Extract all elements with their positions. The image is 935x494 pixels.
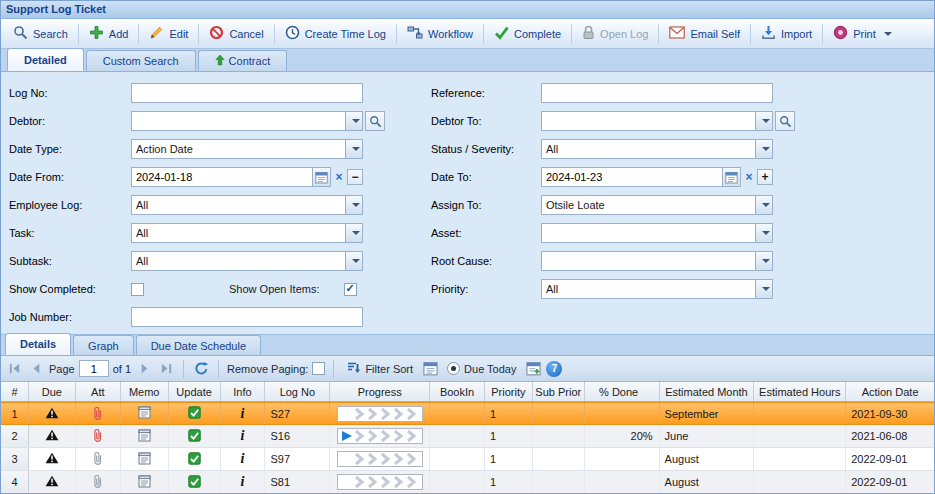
- clear-date-icon[interactable]: ×: [741, 170, 757, 184]
- last-page-button[interactable]: [157, 360, 175, 378]
- print-button[interactable]: Print: [825, 22, 900, 46]
- memo-icon[interactable]: [138, 475, 151, 490]
- chevron-down-icon[interactable]: [755, 280, 772, 298]
- memo-icon[interactable]: [138, 429, 151, 444]
- subtask-combo[interactable]: All: [131, 251, 363, 271]
- priority-combo[interactable]: All: [541, 279, 773, 299]
- root-cause-combo[interactable]: [541, 251, 773, 271]
- tab-graph[interactable]: Graph: [73, 335, 134, 355]
- reference-input[interactable]: [541, 83, 773, 103]
- column-header-att[interactable]: Att: [76, 382, 121, 401]
- table-row[interactable]: 4 i S81 1 August 2022-09-01: [1, 471, 934, 494]
- import-button[interactable]: Import: [753, 22, 820, 46]
- task-combo[interactable]: All: [131, 223, 363, 243]
- chevron-down-icon[interactable]: [755, 224, 772, 242]
- info-icon[interactable]: i: [241, 474, 245, 490]
- column-header-action-date[interactable]: Action Date: [846, 382, 934, 401]
- table-row[interactable]: 1 i S27 1 September 2021-09-30: [1, 402, 934, 425]
- chevron-down-icon[interactable]: [755, 112, 772, 130]
- refresh-button[interactable]: [192, 360, 210, 378]
- chevron-down-icon[interactable]: [345, 224, 362, 242]
- table-row[interactable]: 3 i S97 1 August 2022-09-01: [1, 448, 934, 471]
- table-row[interactable]: 2 i S16 1 20% June 2021-06-08: [1, 425, 934, 448]
- chevron-down-icon[interactable]: [755, 252, 772, 270]
- chevron-down-icon[interactable]: [345, 112, 362, 130]
- first-page-button[interactable]: [5, 360, 23, 378]
- column-header-est-hours[interactable]: Estimated Hours: [754, 382, 846, 401]
- debtor-to-combo[interactable]: [541, 111, 773, 131]
- count-badge[interactable]: 7: [546, 361, 562, 377]
- column-header-num[interactable]: #: [1, 382, 29, 401]
- calendar-icon[interactable]: [722, 168, 740, 186]
- attachment-icon[interactable]: [93, 429, 103, 443]
- memo-icon[interactable]: [138, 452, 151, 467]
- chevron-down-icon[interactable]: [345, 252, 362, 270]
- due-today-toggle[interactable]: Due Today: [443, 359, 520, 379]
- column-header-log-no[interactable]: Log No: [265, 382, 330, 401]
- search-button[interactable]: Search: [5, 22, 76, 46]
- tab-due-date-schedule[interactable]: Due Date Schedule: [136, 335, 261, 355]
- date-from-input[interactable]: [132, 171, 312, 183]
- memo-icon[interactable]: [138, 406, 151, 421]
- column-header-pct-done[interactable]: % Done: [585, 382, 660, 401]
- calendar-icon[interactable]: [312, 168, 330, 186]
- chevron-down-icon[interactable]: [755, 140, 772, 158]
- debtor-to-search-button[interactable]: [775, 111, 795, 131]
- add-button[interactable]: Add: [81, 22, 137, 46]
- email-self-button[interactable]: Email Self: [661, 22, 748, 46]
- update-icon[interactable]: [188, 429, 201, 444]
- chevron-down-icon[interactable]: [884, 32, 892, 36]
- complete-button[interactable]: Complete: [486, 22, 569, 46]
- tab-detailed[interactable]: Detailed: [7, 48, 84, 71]
- info-icon[interactable]: i: [241, 451, 245, 467]
- column-header-update[interactable]: Update: [169, 382, 221, 401]
- job-number-input[interactable]: [131, 307, 363, 327]
- date-to-plus-button[interactable]: +: [757, 169, 773, 185]
- column-header-priority[interactable]: Priority: [485, 382, 533, 401]
- edit-button[interactable]: Edit: [141, 22, 196, 46]
- update-icon[interactable]: [188, 475, 201, 490]
- chevron-down-icon[interactable]: [755, 196, 772, 214]
- create-time-log-button[interactable]: Create Time Log: [277, 22, 394, 46]
- attachment-icon[interactable]: [93, 407, 103, 421]
- chevron-down-icon[interactable]: [345, 140, 362, 158]
- asset-combo[interactable]: [541, 223, 773, 243]
- date-to-input[interactable]: [542, 171, 722, 183]
- prev-page-button[interactable]: [27, 360, 45, 378]
- log-no-input[interactable]: [131, 83, 363, 103]
- column-header-sub-prior[interactable]: Sub Prior: [533, 382, 585, 401]
- debtor-search-button[interactable]: [365, 111, 385, 131]
- remove-paging-checkbox[interactable]: [312, 362, 325, 375]
- show-open-items-checkbox[interactable]: [344, 283, 357, 296]
- date-type-combo[interactable]: Action Date: [131, 139, 363, 159]
- status-severity-combo[interactable]: All: [541, 139, 773, 159]
- calendar-icon[interactable]: [421, 360, 439, 378]
- column-header-progress[interactable]: Progress: [330, 382, 430, 401]
- column-header-bookin[interactable]: BookIn: [430, 382, 485, 401]
- tab-custom-search[interactable]: Custom Search: [86, 50, 196, 71]
- column-header-due[interactable]: Due: [29, 382, 76, 401]
- assign-to-combo[interactable]: Otsile Loate: [541, 195, 773, 215]
- info-icon[interactable]: i: [241, 406, 245, 422]
- workflow-button[interactable]: Workflow: [399, 22, 481, 46]
- next-page-button[interactable]: [135, 360, 153, 378]
- column-header-info[interactable]: Info: [221, 382, 266, 401]
- cancel-button[interactable]: Cancel: [201, 22, 271, 46]
- column-header-est-month[interactable]: Estimated Month: [660, 382, 755, 401]
- tab-details[interactable]: Details: [5, 333, 71, 355]
- debtor-combo[interactable]: [131, 111, 363, 131]
- due-today-radio[interactable]: [447, 362, 460, 375]
- chevron-down-icon[interactable]: [345, 196, 362, 214]
- attachment-icon[interactable]: [93, 452, 103, 466]
- tab-contract[interactable]: Contract: [198, 50, 288, 71]
- attachment-icon[interactable]: [93, 475, 103, 489]
- show-completed-checkbox[interactable]: [131, 283, 144, 296]
- info-icon[interactable]: i: [241, 428, 245, 444]
- calendar-add-icon[interactable]: [524, 360, 542, 378]
- update-icon[interactable]: [188, 452, 201, 467]
- filter-sort-button[interactable]: Filter Sort: [342, 359, 417, 379]
- employee-log-combo[interactable]: All: [131, 195, 363, 215]
- page-number-input[interactable]: [79, 360, 109, 377]
- column-header-memo[interactable]: Memo: [121, 382, 169, 401]
- clear-date-icon[interactable]: ×: [331, 170, 347, 184]
